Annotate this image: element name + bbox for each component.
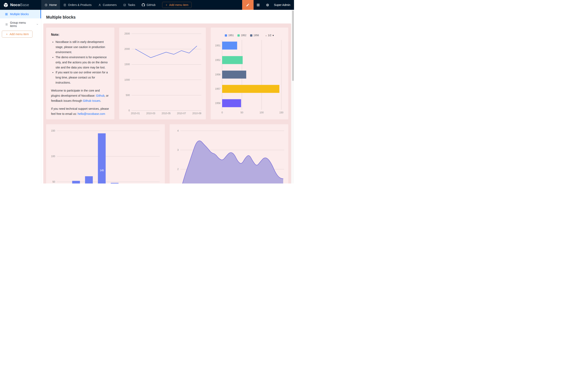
legend-item[interactable]: 1956 [250,34,259,37]
note-link[interactable]: Github [96,94,104,97]
legend-pager: ▲1/2▼ [265,34,274,37]
page-title: Multiple blocks [46,15,289,20]
logo[interactable]: NocoBase [0,0,41,10]
note-text: Welcome to participate in the core and p… [51,89,100,97]
note-paragraph: Welcome to participate in the core and p… [51,88,109,103]
plus-icon [6,33,8,35]
plus-icon [165,4,168,6]
blocks-grid-icon [5,13,8,16]
bar-chart: 5010015038526114548364230 [49,127,161,184]
note-link[interactable]: Github Issues [83,99,100,102]
add-menu-item-label: Add menu item [10,33,29,36]
home-icon [45,3,48,7]
svg-text:2010-09: 2010-09 [192,112,201,115]
svg-text:145: 145 [100,169,104,172]
svg-text:100: 100 [259,111,264,114]
sidebar-item-group-menu-items[interactable]: Group menu items [0,20,41,29]
top-menu: Home Orders & Products Customers Tasks [41,0,192,10]
user-name[interactable]: Super Admin [272,3,294,7]
legend-swatch [237,34,240,37]
legend-page-up-icon[interactable]: ▲ [265,34,267,37]
vertical-scrollbar [291,10,294,184]
svg-text:4: 4 [177,129,179,132]
svg-text:0: 0 [129,109,130,112]
legend-swatch [250,34,252,37]
note-heading: Note: [51,33,109,37]
nav-item-home[interactable]: Home [41,0,60,10]
highlighter-icon [246,3,250,7]
svg-text:2010-05: 2010-05 [161,112,170,115]
scrollbar-thumb[interactable] [292,10,294,81]
svg-text:0: 0 [222,111,223,114]
svg-text:1957: 1957 [215,87,220,90]
note-bullet: If you want to use our online version fo… [56,70,109,85]
chevron-down-icon [36,23,39,25]
note-link[interactable]: hello@nocobase.com [78,112,105,116]
note-block: Note: NocoBase is still in early develop… [46,28,114,119]
list-icon [5,23,8,26]
nav-item-label: GitHub [147,3,156,7]
area-chart: 234 [173,127,285,184]
nocobase-logo-icon [3,2,8,8]
sidebar-item-multiple-blocks[interactable]: Multiple blocks [0,10,41,18]
logo-text: NocoBase [10,3,29,7]
sidebar-item-label: Multiple blocks [10,12,29,16]
add-menu-item-button[interactable]: Add menu item [162,2,192,8]
add-menu-item-label: Add menu item [169,3,188,7]
legend-item[interactable]: 1951 [225,34,234,37]
legend-item[interactable]: 1952 [237,34,246,37]
horizontal-bar-chart-block: 195119521956▲1/2▼ 0501001501951195219561… [211,28,288,119]
svg-text:100: 100 [51,155,55,158]
area-chart-block: 234 [170,124,288,184]
svg-text:1000: 1000 [124,78,130,81]
svg-text:50: 50 [52,180,55,183]
nav-item-github[interactable]: GitHub [138,0,159,10]
nav-item-label: Customers [103,3,117,7]
nav-item-customers[interactable]: Customers [95,0,120,10]
svg-text:2: 2 [177,168,179,171]
svg-text:2500: 2500 [124,32,130,35]
bar-chart-block: 5010015038526114548364230 [46,124,165,184]
main-content: Multiple blocks Note: NocoBase is still … [41,10,294,184]
plugin-manager-button[interactable] [254,0,263,10]
legend-swatch [225,34,227,37]
svg-text:150: 150 [279,111,283,114]
settings-button[interactable] [263,0,272,10]
orders-icon [63,3,66,7]
note-bullet: The demo environment is for experience o… [56,55,109,70]
legend-label: 1956 [254,34,259,37]
tasks-icon [123,3,126,7]
svg-text:2010-07: 2010-07 [177,112,186,115]
svg-text:1951: 1951 [215,44,220,47]
sidebar: Multiple blocks Group menu items Add men… [0,10,41,184]
svg-text:2010-01: 2010-01 [131,112,140,115]
nav-item-tasks[interactable]: Tasks [120,0,138,10]
legend-pager-text: 1/2 [268,34,271,37]
gear-icon [266,3,269,7]
nav-item-orders-products[interactable]: Orders & Products [60,0,95,10]
nav-right-cluster: Super Admin [242,0,294,10]
top-navbar: NocoBase Home Orders & Products Customer… [0,0,294,10]
note-paragraph: If you need technical support services, … [51,106,109,117]
note-bullet-list: NocoBase is still in early development s… [51,39,109,85]
note-text: . [100,99,101,102]
horizontal-bar-chart: 05010015019511952195619571958 [214,38,285,115]
blocks-row-bottom: 5010015038526114548364230 234 [46,124,288,184]
nav-item-label: Orders & Products [68,3,91,7]
svg-text:2010-03: 2010-03 [146,112,155,115]
nav-item-label: Home [49,3,57,7]
app-root: NocoBase Home Orders & Products Customer… [0,0,294,184]
page-header: Multiple blocks [41,10,294,23]
sidebar-item-label: Group menu items [10,21,33,28]
chart-legend: 195119521956▲1/2▼ [214,31,285,38]
legend-page-down-icon[interactable]: ▼ [272,34,274,37]
svg-text:2000: 2000 [124,48,130,50]
svg-text:1500: 1500 [124,63,130,66]
blocks-row-top: Note: NocoBase is still in early develop… [46,28,288,119]
svg-text:150: 150 [51,129,55,132]
sidebar-add-menu-item-button[interactable]: Add menu item [2,31,32,38]
layout: Multiple blocks Group menu items Add men… [0,10,294,184]
legend-label: 1951 [228,34,234,37]
ui-editor-button[interactable] [242,0,254,10]
svg-text:1958: 1958 [215,102,220,105]
